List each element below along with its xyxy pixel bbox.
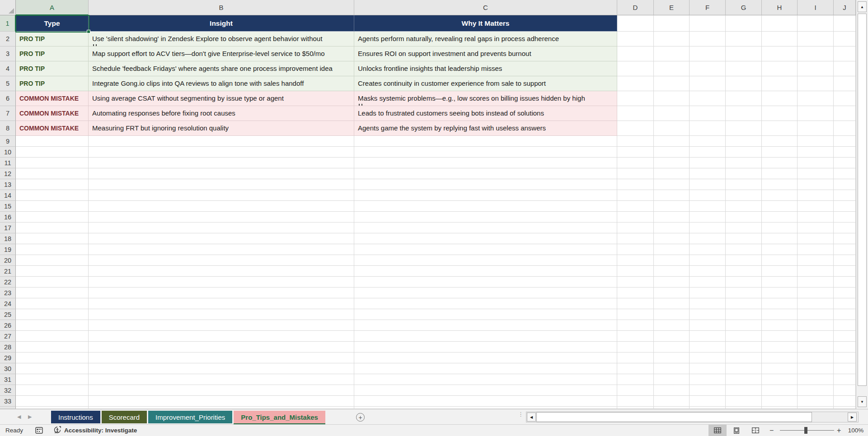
cell-I19[interactable] <box>798 244 834 255</box>
new-sheet-button[interactable]: + <box>356 413 365 422</box>
cell-D24[interactable] <box>617 298 654 309</box>
cell-C15[interactable] <box>354 201 617 212</box>
cell-D19[interactable] <box>617 244 654 255</box>
cell-D3[interactable] <box>617 46 654 61</box>
cell-E30[interactable] <box>654 363 690 374</box>
row-header-32[interactable]: 32 <box>0 385 16 396</box>
cell-F18[interactable] <box>690 233 726 244</box>
cell-F17[interactable] <box>690 223 726 233</box>
cell-E20[interactable] <box>654 255 690 266</box>
cell-C14[interactable] <box>354 190 617 201</box>
cell-C28[interactable] <box>354 342 617 353</box>
cell-E26[interactable] <box>654 320 690 331</box>
cell-H4[interactable] <box>762 61 798 76</box>
cell-B9[interactable] <box>89 136 354 147</box>
cell-E18[interactable] <box>654 233 690 244</box>
row-header-13[interactable]: 13 <box>0 179 16 190</box>
cell-G6[interactable] <box>726 91 762 106</box>
cell-B2[interactable]: Use 'silent shadowing' in Zendesk Explor… <box>89 32 354 46</box>
cell-G13[interactable] <box>726 179 762 190</box>
cell-H19[interactable] <box>762 244 798 255</box>
cell-G20[interactable] <box>726 255 762 266</box>
cell-G32[interactable] <box>726 385 762 396</box>
row-header-9[interactable]: 9 <box>0 136 16 147</box>
tab-splitter-grip[interactable]: ⋮ <box>518 412 522 417</box>
accessibility-status[interactable]: Accessibility: Investigate <box>53 425 137 436</box>
cell-B25[interactable] <box>89 309 354 320</box>
cell-D22[interactable] <box>617 277 654 288</box>
cell-J5[interactable] <box>834 76 856 91</box>
cell-H15[interactable] <box>762 201 798 212</box>
cell-H13[interactable] <box>762 179 798 190</box>
cell-A10[interactable] <box>16 147 89 158</box>
cell-G24[interactable] <box>726 298 762 309</box>
sheet-tab-improvement_priorities[interactable]: Improvement_Priorities <box>148 411 232 423</box>
cell-I9[interactable] <box>798 136 834 147</box>
cell-E32[interactable] <box>654 385 690 396</box>
cell-C32[interactable] <box>354 385 617 396</box>
cell-B24[interactable] <box>89 298 354 309</box>
cell-H25[interactable] <box>762 309 798 320</box>
row-header-21[interactable]: 21 <box>0 266 16 277</box>
cell-D18[interactable] <box>617 233 654 244</box>
cell-A13[interactable] <box>16 179 89 190</box>
cell-I31[interactable] <box>798 374 834 385</box>
cell-G14[interactable] <box>726 190 762 201</box>
cell-H6[interactable] <box>762 91 798 106</box>
cell-I8[interactable] <box>798 121 834 136</box>
cell-B27[interactable] <box>89 331 354 342</box>
cell-B18[interactable] <box>89 233 354 244</box>
cell-F25[interactable] <box>690 309 726 320</box>
scroll-right-button[interactable]: ▶ <box>848 413 857 422</box>
cell-G3[interactable] <box>726 46 762 61</box>
cell-B23[interactable] <box>89 288 354 298</box>
cell-B10[interactable] <box>89 147 354 158</box>
cell-G8[interactable] <box>726 121 762 136</box>
cell-C6[interactable]: Masks systemic problems—e.g., low scores… <box>354 91 617 106</box>
cell-B21[interactable] <box>89 266 354 277</box>
cell-A17[interactable] <box>16 223 89 233</box>
cell-E13[interactable] <box>654 179 690 190</box>
cell-I33[interactable] <box>798 396 834 407</box>
cell-C22[interactable] <box>354 277 617 288</box>
cell-F6[interactable] <box>690 91 726 106</box>
cell-D5[interactable] <box>617 76 654 91</box>
cell-J1[interactable] <box>834 15 856 32</box>
cell-E24[interactable] <box>654 298 690 309</box>
cell-J26[interactable] <box>834 320 856 331</box>
cell-G5[interactable] <box>726 76 762 91</box>
cell-B29[interactable] <box>89 353 354 363</box>
cell-A31[interactable] <box>16 374 89 385</box>
cell-I20[interactable] <box>798 255 834 266</box>
cell-C20[interactable] <box>354 255 617 266</box>
cell-H20[interactable] <box>762 255 798 266</box>
cell-D8[interactable] <box>617 121 654 136</box>
cell-J15[interactable] <box>834 201 856 212</box>
cell-F3[interactable] <box>690 46 726 61</box>
horizontal-scrollbar-thumb[interactable] <box>536 412 812 422</box>
cell-G27[interactable] <box>726 331 762 342</box>
column-header-G[interactable]: G <box>726 0 762 15</box>
cell-A30[interactable] <box>16 363 89 374</box>
cell-F11[interactable] <box>690 158 726 168</box>
cell-D21[interactable] <box>617 266 654 277</box>
cell-I22[interactable] <box>798 277 834 288</box>
cell-B32[interactable] <box>89 385 354 396</box>
cell-B7[interactable]: Automating responses before fixing root … <box>89 106 354 121</box>
cell-E14[interactable] <box>654 190 690 201</box>
cell-D20[interactable] <box>617 255 654 266</box>
cell-I2[interactable] <box>798 32 834 46</box>
cell-H14[interactable] <box>762 190 798 201</box>
cell-H1[interactable] <box>762 15 798 32</box>
cell-E33[interactable] <box>654 396 690 407</box>
cell-H17[interactable] <box>762 223 798 233</box>
cell-F26[interactable] <box>690 320 726 331</box>
row-header-17[interactable]: 17 <box>0 223 16 233</box>
cell-E6[interactable] <box>654 91 690 106</box>
cell-C7[interactable]: Leads to frustrated customers seeing bot… <box>354 106 617 121</box>
cell-H27[interactable] <box>762 331 798 342</box>
row-header-31[interactable]: 31 <box>0 374 16 385</box>
cell-B15[interactable] <box>89 201 354 212</box>
cell-C5[interactable]: Creates continuity in customer experienc… <box>354 76 617 91</box>
cell-B3[interactable]: Map support effort to ACV tiers—don't gi… <box>89 46 354 61</box>
